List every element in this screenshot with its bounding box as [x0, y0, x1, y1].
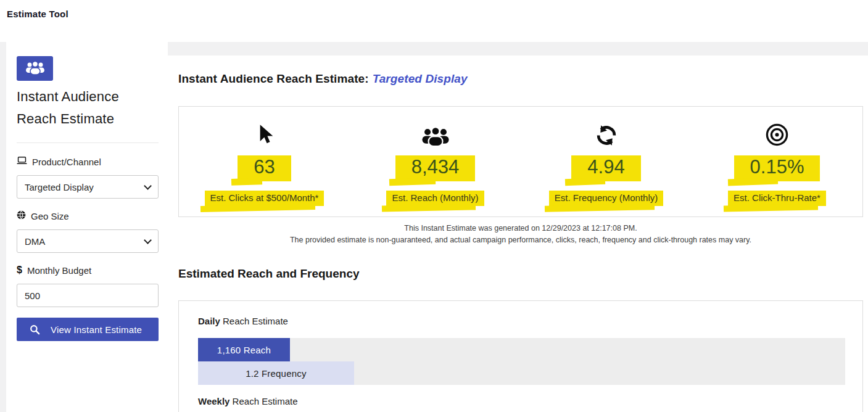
daily-frequency-bar: 1.2 Frequency [198, 361, 354, 385]
main-panel: Instant Audience Reach Estimate:Targeted… [168, 56, 868, 412]
view-instant-estimate-label: View Instant Estimate [51, 324, 142, 335]
geo-size-label-text: Geo Size [31, 211, 69, 221]
estimate-caption: This Instant Estimate was generated on 1… [178, 223, 863, 246]
generated-line: This Instant Estimate was generated on 1… [178, 223, 863, 234]
dollar-icon: $ [17, 265, 22, 276]
geo-size-label: Geo Size [17, 210, 159, 221]
daily-reach-bar: 1,160 Reach [198, 338, 290, 361]
app-title: Estimate Tool [7, 9, 68, 19]
metric-value-frequency: 4.94 [571, 155, 640, 181]
sidebar-divider [17, 142, 159, 143]
daily-period: Daily [198, 316, 220, 326]
metric-ctr: 0.15% Est. Click-Thru-Rate* [692, 107, 862, 216]
disclaimer-line: The provided estimate is non-guaranteed,… [178, 234, 863, 246]
audience-tile [17, 56, 53, 81]
metric-reach: 8,434 Est. Reach (Monthly) [350, 107, 521, 216]
daily-track: 1,160 Reach 1.2 Frequency [198, 338, 845, 385]
sidebar-title: Instant Audience Reach Estimate [17, 86, 159, 130]
daily-row-label: Daily Reach Estimate [198, 316, 288, 326]
globe-icon [17, 210, 26, 221]
metric-label-ctr: Est. Click-Thru-Rate* [728, 191, 826, 206]
page-title-prefix: Instant Audience Reach Estimate: [178, 72, 369, 85]
metric-value-ctr: 0.15% [734, 155, 820, 181]
metric-value-reach: 8,434 [395, 155, 476, 181]
app-header: Estimate Tool [0, 0, 868, 42]
metric-value-clicks: 63 [238, 155, 291, 181]
channel-link[interactable]: Targeted Display [373, 72, 468, 85]
sync-icon [594, 121, 619, 147]
monthly-budget-label-text: Monthly Budget [27, 265, 91, 276]
view-instant-estimate-button[interactable]: View Instant Estimate [17, 318, 159, 341]
metric-frequency: 4.94 Est. Frequency (Monthly) [521, 107, 692, 216]
product-channel-select[interactable]: Targeted Display [17, 175, 159, 199]
metric-clicks: 63 Est. Clicks at $500/Month* [179, 107, 350, 216]
users-icon [25, 60, 45, 78]
search-icon [30, 324, 40, 335]
page-title: Instant Audience Reach Estimate:Targeted… [178, 72, 468, 86]
metric-label-reach: Est. Reach (Monthly) [386, 191, 484, 206]
weekly-row-label: Weekly Reach Estimate [198, 396, 298, 406]
section-heading: Estimated Reach and Frequency [178, 267, 360, 281]
users-icon [421, 121, 450, 147]
bullseye-icon [765, 121, 789, 147]
laptop-icon [17, 156, 27, 167]
geo-size-select-wrap: DMA [17, 229, 159, 253]
cursor-icon [255, 121, 275, 147]
reach-frequency-card: Daily Reach Estimate 1,160 Reach 1.2 Fre… [178, 300, 863, 412]
sidebar: Instant Audience Reach Estimate Product/… [6, 42, 168, 412]
monthly-budget-input[interactable] [17, 284, 159, 307]
daily-suffix: Reach Estimate [223, 316, 288, 326]
metrics-card: 63 Est. Clicks at $500/Month* 8,434 Est.… [178, 106, 863, 217]
product-channel-select-wrap: Targeted Display [17, 175, 159, 199]
weekly-period: Weekly [198, 396, 229, 406]
geo-size-select[interactable]: DMA [17, 229, 159, 253]
weekly-suffix: Reach Estimate [233, 396, 298, 406]
monthly-budget-label: $ Monthly Budget [17, 265, 159, 276]
metric-label-frequency: Est. Frequency (Monthly) [549, 191, 664, 206]
product-channel-label-text: Product/Channel [32, 157, 101, 167]
metric-label-clicks: Est. Clicks at $500/Month* [205, 191, 324, 206]
product-channel-label: Product/Channel [17, 156, 159, 167]
